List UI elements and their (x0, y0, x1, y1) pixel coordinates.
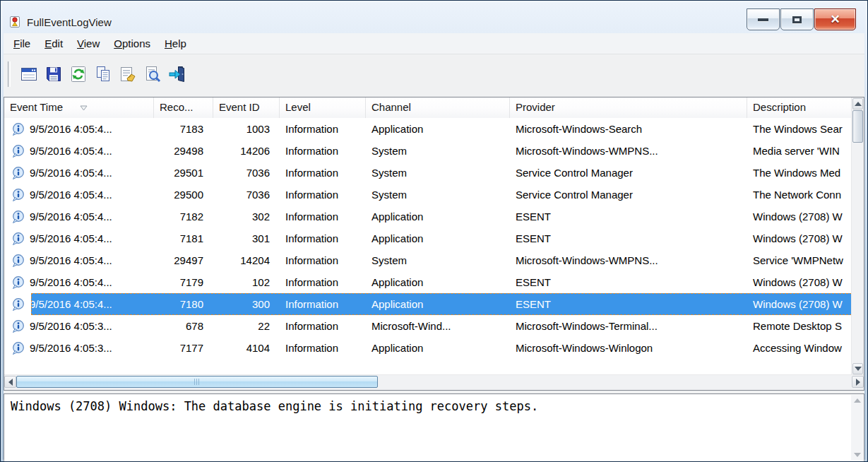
table-row[interactable]: 9/5/2016 4:05:4...7182302InformationAppl… (4, 206, 852, 227)
column-header-event-id[interactable]: Event ID (213, 97, 280, 118)
properties-button[interactable] (116, 61, 140, 87)
column-header-description[interactable]: Description (747, 97, 852, 118)
level-cell: Information (280, 162, 366, 184)
level-cell: Information (280, 227, 366, 249)
description-cell: Windows (2708) W (747, 206, 852, 227)
pane-scroll-down-button[interactable] (851, 449, 863, 461)
record-id-cell: 29498 (154, 140, 213, 162)
minimize-button[interactable] (747, 8, 780, 30)
maximize-button[interactable] (780, 8, 814, 30)
level-cell: Information (280, 140, 366, 162)
menu-item-options[interactable]: Options (107, 34, 157, 53)
description-pane: Windows (2708) Windows: The database eng… (4, 393, 864, 461)
toolbar (4, 54, 864, 94)
arrow-left-icon (8, 379, 13, 386)
information-icon (11, 232, 25, 246)
event-id-cell: 7036 (213, 184, 280, 206)
properties-icon (118, 64, 138, 84)
event-id-cell: 102 (213, 271, 280, 293)
description-cell: Windows (2708) W (747, 293, 852, 315)
table-row[interactable]: 9/5/2016 4:05:4...2949814206InformationS… (4, 140, 852, 162)
table-row[interactable]: 9/5/2016 4:05:4...7181301InformationAppl… (4, 227, 852, 249)
provider-cell: Service Control Manager (510, 184, 747, 206)
table-header: Event Time Reco... Event ID Level Channe… (4, 97, 852, 119)
information-icon (11, 319, 25, 333)
horizontal-scrollbar[interactable] (4, 374, 864, 390)
record-id-cell: 7177 (154, 337, 213, 359)
vertical-scrollbar[interactable] (851, 97, 864, 375)
minimize-icon (758, 18, 768, 21)
menu-item-file[interactable]: File (6, 34, 37, 53)
column-header-channel[interactable]: Channel (366, 97, 510, 118)
record-id-cell: 7181 (154, 227, 213, 249)
close-button[interactable]: ✕ (814, 8, 856, 30)
title-bar[interactable]: FullEventLogView ✕ (1, 1, 867, 33)
find-button[interactable] (141, 61, 165, 87)
provider-cell: ESENT (510, 271, 747, 293)
column-header-event-time[interactable]: Event Time (4, 97, 154, 118)
pane-scroll-up-button[interactable] (851, 395, 863, 406)
event-time-cell: 9/5/2016 4:05:4... (4, 184, 154, 206)
window-title: FullEventLogView (27, 16, 112, 28)
record-id-cell: 29497 (154, 249, 213, 271)
choose-data-source-button[interactable] (17, 61, 41, 87)
save-button[interactable] (42, 61, 66, 87)
description-cell: Media server 'WIN (747, 140, 852, 162)
table-row[interactable]: 9/5/2016 4:05:4...7180300InformationAppl… (4, 293, 852, 315)
table-row[interactable]: 9/5/2016 4:05:4...295017036InformationSy… (4, 162, 852, 184)
vertical-scrollbar-thumb[interactable] (852, 110, 863, 143)
arrow-up-icon (854, 398, 861, 403)
information-icon (11, 210, 25, 224)
table-row[interactable]: 9/5/2016 4:05:3...71774104InformationApp… (4, 337, 852, 359)
table-row[interactable]: 9/5/2016 4:05:4...7179102InformationAppl… (4, 271, 852, 293)
column-header-level[interactable]: Level (280, 97, 366, 118)
event-description-text[interactable]: Windows (2708) Windows: The database eng… (11, 399, 845, 414)
close-icon: ✕ (830, 13, 840, 25)
horizontal-scrollbar-thumb[interactable] (16, 376, 378, 388)
event-id-cell: 14204 (213, 249, 280, 271)
scroll-right-button[interactable] (852, 376, 864, 388)
menu-item-help[interactable]: Help (157, 34, 194, 53)
table-row[interactable]: 9/5/2016 4:05:4...2949714204InformationS… (4, 249, 852, 271)
column-header-provider[interactable]: Provider (510, 97, 747, 118)
scroll-down-button[interactable] (852, 363, 863, 374)
level-cell: Information (280, 249, 366, 271)
event-time-cell: 9/5/2016 4:05:4... (4, 249, 154, 271)
scroll-up-button[interactable] (852, 98, 863, 109)
record-id-cell: 678 (154, 315, 213, 337)
exit-button[interactable] (165, 61, 189, 87)
provider-cell: ESENT (510, 227, 747, 249)
event-id-cell: 300 (213, 293, 280, 315)
event-time-cell: 9/5/2016 4:05:4... (4, 206, 154, 227)
scroll-left-button[interactable] (4, 376, 16, 388)
arrow-down-icon (854, 453, 861, 457)
toolbar-gripper[interactable] (8, 61, 11, 87)
description-pane-scrollbar[interactable] (851, 395, 863, 461)
level-cell: Information (280, 118, 366, 140)
menu-item-edit[interactable]: Edit (37, 34, 70, 53)
copy-button[interactable] (91, 61, 115, 87)
event-table-body: 9/5/2016 4:05:4...71831003InformationApp… (4, 118, 852, 375)
event-time-cell: 9/5/2016 4:05:4... (4, 271, 154, 293)
event-time-cell: 9/5/2016 4:05:4... (4, 293, 154, 315)
arrow-right-icon (856, 379, 860, 386)
event-time-cell: 9/5/2016 4:05:4... (4, 118, 154, 140)
sort-descending-icon (80, 101, 88, 113)
column-header-record-id[interactable]: Reco... (154, 97, 213, 118)
information-icon (11, 122, 25, 136)
table-row[interactable]: 9/5/2016 4:05:3...67822InformationMicros… (4, 315, 852, 337)
maximize-icon (792, 16, 802, 23)
level-cell: Information (280, 337, 366, 359)
information-icon (11, 276, 25, 290)
menu-item-view[interactable]: View (70, 34, 107, 53)
refresh-button[interactable] (66, 61, 90, 87)
provider-cell: ESENT (510, 293, 747, 315)
table-row[interactable]: 9/5/2016 4:05:4...295007036InformationSy… (4, 184, 852, 206)
app-window: FullEventLogView ✕ FileEditViewOptionsHe… (0, 0, 868, 462)
description-cell: The Windows Med (747, 162, 852, 184)
level-cell: Information (280, 206, 366, 227)
event-id-cell: 7036 (213, 162, 280, 184)
thumb-grip (194, 379, 201, 385)
event-time-cell: 9/5/2016 4:05:3... (4, 337, 154, 359)
table-row[interactable]: 9/5/2016 4:05:4...71831003InformationApp… (4, 118, 852, 140)
